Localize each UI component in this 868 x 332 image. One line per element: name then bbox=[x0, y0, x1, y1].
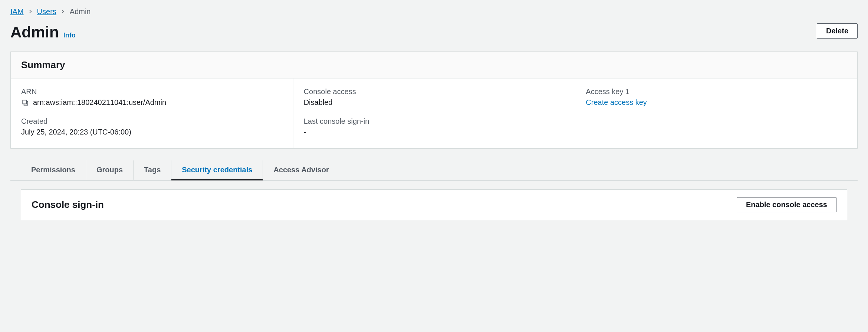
console-signin-title: Console sign-in bbox=[32, 199, 104, 210]
last-signin-label: Last console sign-in bbox=[304, 117, 565, 126]
enable-console-access-button[interactable]: Enable console access bbox=[737, 197, 836, 212]
svg-rect-0 bbox=[23, 100, 26, 104]
created-label: Created bbox=[21, 117, 283, 126]
chevron-right-icon bbox=[28, 9, 33, 15]
summary-col-2: Console access Disabled Last console sig… bbox=[293, 79, 575, 148]
last-signin-value: - bbox=[304, 128, 565, 136]
breadcrumb: IAM Users Admin bbox=[10, 7, 858, 16]
summary-title: Summary bbox=[21, 59, 847, 71]
breadcrumb-users[interactable]: Users bbox=[37, 7, 56, 16]
delete-button[interactable]: Delete bbox=[817, 23, 858, 39]
tab-permissions[interactable]: Permissions bbox=[21, 160, 86, 180]
page-title: Admin bbox=[10, 23, 59, 41]
tab-groups[interactable]: Groups bbox=[86, 160, 134, 180]
summary-col-3: Access key 1 Create access key bbox=[575, 79, 857, 148]
console-signin-section: Console sign-in Enable console access bbox=[21, 189, 847, 220]
page-header: Admin Info Delete bbox=[10, 23, 858, 41]
copy-icon[interactable] bbox=[21, 99, 29, 107]
arn-value: arn:aws:iam::180240211041:user/Admin bbox=[33, 98, 166, 107]
console-access-label: Console access bbox=[304, 87, 565, 96]
summary-header: Summary bbox=[11, 52, 857, 79]
tab-security-credentials[interactable]: Security credentials bbox=[171, 160, 263, 180]
tab-tags[interactable]: Tags bbox=[134, 160, 171, 180]
access-key-label: Access key 1 bbox=[586, 87, 847, 96]
arn-label: ARN bbox=[21, 87, 283, 96]
console-access-value: Disabled bbox=[304, 98, 565, 107]
tab-access-advisor[interactable]: Access Advisor bbox=[263, 160, 339, 180]
chevron-right-icon bbox=[61, 9, 65, 15]
breadcrumb-iam[interactable]: IAM bbox=[10, 7, 24, 16]
created-value: July 25, 2024, 20:23 (UTC-06:00) bbox=[21, 128, 283, 136]
info-link[interactable]: Info bbox=[63, 31, 76, 39]
breadcrumb-current: Admin bbox=[70, 7, 91, 16]
tabs: Permissions Groups Tags Security credent… bbox=[10, 160, 858, 180]
summary-col-1: ARN arn:aws:iam::180240211041:user/Admin… bbox=[11, 79, 293, 148]
create-access-key-link[interactable]: Create access key bbox=[586, 98, 647, 106]
summary-panel: Summary ARN arn:aws:iam::180240211041:us… bbox=[10, 52, 858, 149]
